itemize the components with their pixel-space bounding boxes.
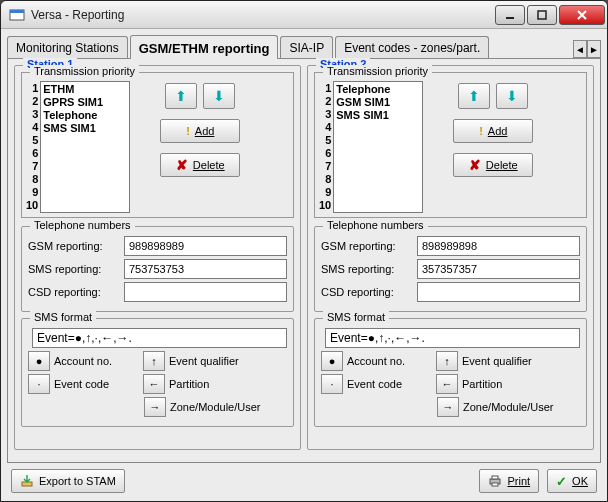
tab-monitoring-stations[interactable]: Monitoring Stations [7,36,128,58]
list-item[interactable]: Telephone [336,83,420,96]
s2-priority-list[interactable]: Telephone GSM SIM1 SMS SIM1 [333,81,423,213]
tabstrip: Monitoring Stations GSM/ETHM reporting S… [7,33,601,59]
s2-telephone-numbers: Telephone numbers GSM reporting: SMS rep… [314,226,587,312]
s2-eventcode-btn[interactable]: · [321,374,343,394]
list-item[interactable] [43,174,127,187]
arrow-up-icon: ⬆ [468,88,480,104]
s2-gsm-input[interactable] [417,236,580,256]
titlebar: Versa - Reporting [1,1,607,29]
list-item[interactable] [43,148,127,161]
list-item[interactable]: GSM SIM1 [336,96,420,109]
s1-move-up-button[interactable]: ⬆ [165,83,197,109]
s1-smsf-input[interactable] [32,328,287,348]
x-icon: ✘ [176,157,188,173]
printer-icon [488,474,502,488]
s1-eventcode-label: Event code [54,378,139,390]
s2-tp-legend: Transmission priority [323,65,432,77]
s1-move-down-button[interactable]: ⬇ [203,83,235,109]
arrow-right-icon: → [443,401,454,413]
app-icon [9,7,25,23]
list-item[interactable] [336,161,420,174]
list-item[interactable] [43,187,127,200]
list-item[interactable]: Telephone [43,109,127,122]
s2-move-up-button[interactable]: ⬆ [458,83,490,109]
close-button[interactable] [559,5,605,25]
s1-partition-label: Partition [169,378,239,390]
window-controls [495,5,605,25]
s2-sms-input[interactable] [417,259,580,279]
list-item[interactable] [43,200,127,213]
list-item[interactable]: SMS SIM1 [43,122,127,135]
minimize-button[interactable] [495,5,525,25]
tab-event-codes[interactable]: Event codes - zones/part. [335,36,489,58]
arrow-up-icon: ↑ [444,355,450,367]
s1-csd-input[interactable] [124,282,287,302]
s1-delete-button[interactable]: ✘ Delete [160,153,240,177]
list-item[interactable] [336,174,420,187]
export-to-stam-button[interactable]: Export to STAM [11,469,125,493]
list-item[interactable] [336,200,420,213]
x-icon: ✘ [469,157,481,173]
export-icon [20,474,34,488]
tab-gsm-ethm-reporting[interactable]: GSM/ETHM reporting [130,35,279,59]
ok-button[interactable]: ✓ OK [547,469,597,493]
s2-move-down-button[interactable]: ⬇ [496,83,528,109]
s2-qualifier-btn[interactable]: ↑ [436,351,458,371]
list-item[interactable] [336,148,420,161]
s2-zmu-btn[interactable]: → [437,397,459,417]
s2-list-area: 12345678910 Telephone GSM SIM1 SMS SIM1 [319,81,423,213]
list-item[interactable] [336,135,420,148]
s1-csd-label: CSD reporting: [28,286,118,298]
s2-account-btn[interactable]: ● [321,351,343,371]
maximize-button[interactable] [527,5,557,25]
s2-delete-button[interactable]: ✘ Delete [453,153,533,177]
tab-scroll-right[interactable]: ► [587,40,601,58]
s1-eventcode-btn[interactable]: · [28,374,50,394]
list-item[interactable]: GPRS SIM1 [43,96,127,109]
station-1-group: Station 1 Transmission priority 12345678… [14,65,301,450]
s1-button-column: ⬆ ⬇ ! Add ✘ Delete [140,81,260,213]
list-item[interactable] [43,135,127,148]
s1-partition-btn[interactable]: ← [143,374,165,394]
s2-row-numbers: 12345678910 [319,81,331,213]
s2-csd-input[interactable] [417,282,580,302]
list-item[interactable]: SMS SIM1 [336,109,420,122]
s1-add-button[interactable]: ! Add [160,119,240,143]
dot-icon: ● [36,355,43,367]
arrow-left-icon: ← [149,378,160,390]
s2-smsf-input[interactable] [325,328,580,348]
svg-rect-3 [538,11,546,19]
s2-add-button[interactable]: ! Add [453,119,533,143]
exclaim-icon: ! [479,125,483,137]
s1-sms-input[interactable] [124,259,287,279]
s1-sms-format: SMS format ● Account no. ↑ Event qualifi… [21,318,294,427]
s1-qualifier-label: Event qualifier [169,355,239,367]
arrow-left-icon: ← [442,378,453,390]
list-item[interactable] [336,122,420,135]
tab-scroll: ◄ ► [573,40,601,58]
s2-qualifier-label: Event qualifier [462,355,532,367]
s1-account-btn[interactable]: ● [28,351,50,371]
client-area: Monitoring Stations GSM/ETHM reporting S… [1,29,607,501]
s1-gsm-label: GSM reporting: [28,240,118,252]
tab-sia-ip[interactable]: SIA-IP [280,36,333,58]
list-item[interactable]: ETHM [43,83,127,96]
station-2-group: Station 2 Transmission priority 12345678… [307,65,594,450]
s2-partition-btn[interactable]: ← [436,374,458,394]
check-icon: ✓ [556,474,567,489]
s2-button-column: ⬆ ⬇ ! Add ✘ Delete [433,81,553,213]
s1-priority-list[interactable]: ETHM GPRS SIM1 Telephone SMS SIM1 [40,81,130,213]
s1-gsm-input[interactable] [124,236,287,256]
list-item[interactable] [336,187,420,200]
s1-account-label: Account no. [54,355,139,367]
s2-csd-label: CSD reporting: [321,286,411,298]
list-item[interactable] [43,161,127,174]
tab-scroll-left[interactable]: ◄ [573,40,587,58]
arrow-right-icon: → [150,401,161,413]
s1-qualifier-btn[interactable]: ↑ [143,351,165,371]
s1-zmu-btn[interactable]: → [144,397,166,417]
svg-rect-1 [10,10,24,13]
arrow-down-icon: ⬇ [506,88,518,104]
print-button[interactable]: Print [479,469,539,493]
s2-gsm-label: GSM reporting: [321,240,411,252]
